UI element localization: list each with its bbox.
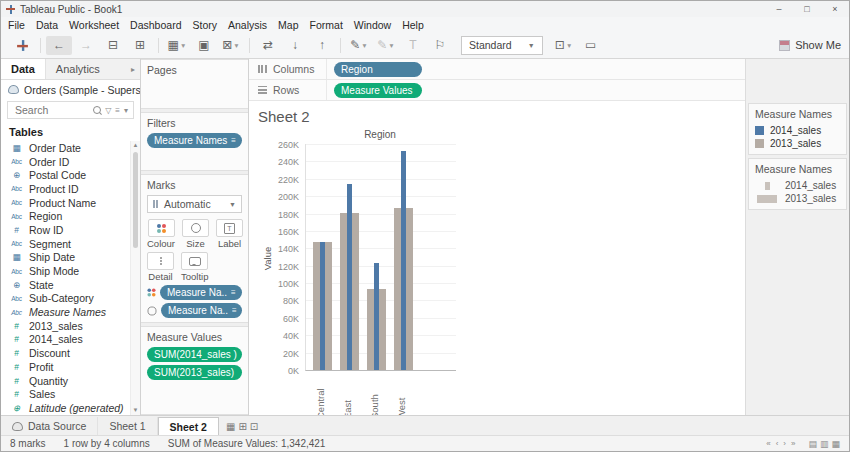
bar-2014_sales-east[interactable] (347, 184, 352, 370)
filter-fields-icon[interactable]: ▽ (105, 106, 111, 115)
prev-sheet-icon[interactable]: ‹ (776, 439, 779, 448)
show-filmstrip-icon[interactable]: ▥ (820, 439, 829, 449)
pill-menu-icon[interactable]: ≡ (231, 288, 236, 297)
next-sheet-icon[interactable]: › (783, 439, 786, 448)
pin-icon[interactable]: ⚐ (427, 36, 453, 55)
sort-descending-icon[interactable]: ↑ (309, 36, 335, 55)
field-ship-date[interactable]: ▦Ship Date (9, 251, 140, 265)
field-measure-names[interactable]: AbcMeasure Names (9, 305, 140, 319)
tableau-logo-icon[interactable] (9, 36, 35, 55)
menu-help[interactable]: Help (402, 19, 424, 31)
scrollbar-thumb[interactable] (133, 152, 138, 248)
redo-icon[interactable]: → (73, 36, 99, 55)
field-ship-mode[interactable]: AbcShip Mode (9, 264, 140, 278)
maximize-button[interactable]: □ (793, 1, 821, 17)
format-icon[interactable]: ✎▼ (373, 36, 399, 55)
columns-pill-region[interactable]: Region (334, 62, 422, 77)
field-discount[interactable]: #Discount (9, 346, 140, 360)
menu-map[interactable]: Map (278, 19, 298, 31)
fit-icon[interactable]: ⊡▼ (551, 36, 577, 55)
tab-data[interactable]: Data (1, 59, 46, 79)
menu-data[interactable]: Data (36, 19, 58, 31)
data-source-connection[interactable]: Orders (Sample - Superst... (1, 80, 140, 99)
field-2014-sales[interactable]: #2014_sales (9, 333, 140, 347)
field-quantity[interactable]: #Quantity (9, 374, 140, 388)
bar-2014_sales-south[interactable] (374, 263, 379, 370)
sort-ascending-icon[interactable]: ↓ (282, 36, 308, 55)
field-product-id[interactable]: AbcProduct ID (9, 182, 140, 196)
field-profit[interactable]: #Profit (9, 360, 140, 374)
undo-icon[interactable]: ← (46, 36, 72, 55)
mark-button-label[interactable]: TLabel (216, 219, 243, 249)
pill-menu-icon[interactable]: ≡ (232, 306, 237, 315)
legend-entry-2013[interactable]: 2013_sales (755, 137, 840, 150)
first-sheet-icon[interactable]: « (766, 439, 770, 448)
measure-value-pill-2013[interactable]: SUM(2013_sales) (147, 365, 242, 380)
menu-window[interactable]: Window (354, 19, 391, 31)
filter-pill-measure-names[interactable]: Measure Names ≡ (147, 133, 242, 148)
field-sales[interactable]: #Sales (9, 387, 140, 401)
tab-sheet-1[interactable]: Sheet 1 (98, 417, 157, 435)
tab-analytics[interactable]: Analytics (46, 59, 110, 79)
measure-value-pill-2014[interactable]: SUM(2014_sales ) (147, 347, 242, 362)
field-segment[interactable]: AbcSegment (9, 237, 140, 251)
tab-sheet-2[interactable]: Sheet 2 (158, 417, 219, 435)
scroll-down-icon[interactable]: ▼ (133, 406, 139, 415)
search-icon[interactable] (93, 106, 101, 114)
show-sheet-sorter-icon[interactable]: ▦ (831, 439, 840, 449)
mark-pill-1[interactable]: Measure Na..≡ (161, 303, 242, 318)
last-sheet-icon[interactable]: » (791, 439, 795, 448)
swap-rows-columns-icon[interactable]: ⇄ (255, 36, 281, 55)
field-region[interactable]: AbcRegion (9, 209, 140, 223)
field-2013-sales[interactable]: #2013_sales (9, 319, 140, 333)
mark-button-size[interactable]: Size (182, 219, 209, 249)
mark-type-dropdown[interactable]: Automatic ▼ (147, 195, 242, 213)
fields-scrollbar[interactable]: ▲ ▼ (130, 141, 140, 415)
mark-button-detail[interactable]: Detail (147, 252, 174, 282)
add-data-icon[interactable]: ⊞ (127, 36, 153, 55)
chevron-down-icon[interactable]: ▾ (124, 106, 128, 115)
rows-pill-measure-values[interactable]: Measure Values (334, 83, 422, 98)
save-icon[interactable]: ⊟ (100, 36, 126, 55)
new-story-tab-icon[interactable]: ⊡ (250, 421, 258, 432)
minimize-button[interactable]: – (765, 1, 793, 17)
pane-expand-icon[interactable]: ▸ (126, 59, 140, 79)
mark-pill-0[interactable]: Measure Na..≡ (160, 285, 242, 300)
field-latitude-generated-[interactable]: ⊕Latitude (generated) (9, 401, 140, 415)
size-legend-entry-2014[interactable]: 2014_sales (755, 179, 840, 192)
field-state[interactable]: ⊕State (9, 278, 140, 292)
duplicate-icon[interactable]: ▣ (191, 36, 217, 55)
new-worksheet-tab-icon[interactable]: ▦ (226, 421, 235, 432)
search-input[interactable] (13, 103, 89, 117)
pill-menu-icon[interactable]: ≡ (231, 136, 236, 145)
scroll-up-icon[interactable]: ▲ (133, 141, 139, 150)
highlight-icon[interactable]: ✎▼ (346, 36, 372, 55)
menu-dashboard[interactable]: Dashboard (130, 19, 181, 31)
show-tabs-icon[interactable]: ▤ (808, 439, 817, 449)
field-row-id[interactable]: #Row ID (9, 223, 140, 237)
clear-sheet-icon[interactable]: ⊠▼ (218, 36, 244, 55)
new-dashboard-tab-icon[interactable]: ⊞ (238, 421, 246, 432)
size-legend-entry-2013[interactable]: 2013_sales (755, 192, 840, 205)
field-postal-code[interactable]: ⊕Postal Code (9, 168, 140, 182)
text-label-icon[interactable]: T (400, 36, 426, 55)
bar-2014_sales-central[interactable] (320, 242, 325, 370)
field-product-name[interactable]: AbcProduct Name (9, 196, 140, 210)
mark-button-tooltip[interactable]: Tooltip (181, 252, 208, 282)
menu-file[interactable]: File (8, 19, 25, 31)
field-order-date[interactable]: ▦Order Date (9, 141, 140, 155)
presentation-mode-icon[interactable]: ▭ (578, 36, 604, 55)
menu-format[interactable]: Format (310, 19, 343, 31)
menu-worksheet[interactable]: Worksheet (69, 19, 119, 31)
mark-button-colour[interactable]: Colour (147, 219, 175, 249)
show-me-button[interactable]: Show Me (779, 39, 841, 51)
field-order-id[interactable]: AbcOrder ID (9, 155, 140, 169)
field-sub-category[interactable]: AbcSub-Category (9, 292, 140, 306)
view-mode-select[interactable]: Standard ▼ (461, 36, 543, 55)
close-button[interactable]: × (821, 1, 849, 17)
bar-2014_sales-west[interactable] (401, 151, 406, 370)
new-worksheet-icon[interactable]: ▦▼ (164, 36, 190, 55)
tab-data-source[interactable]: Data Source (1, 417, 98, 435)
menu-story[interactable]: Story (192, 19, 217, 31)
menu-analysis[interactable]: Analysis (228, 19, 267, 31)
